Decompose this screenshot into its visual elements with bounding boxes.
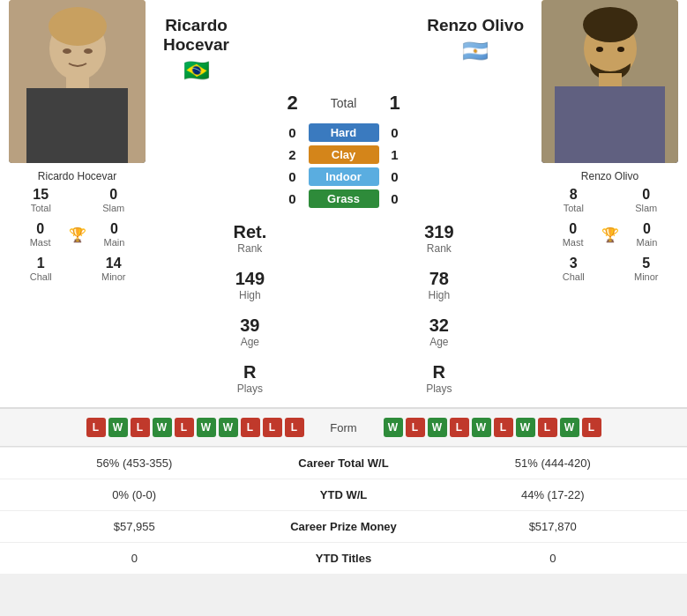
right-stats-grid: 8 Total 0 Slam xyxy=(533,182,687,218)
stats-row-label: YTD W/L xyxy=(256,488,432,501)
right-center-stats: 319 Rank 78 High 32 Age R Plays xyxy=(424,219,453,398)
stats-row-label: Career Total W/L xyxy=(256,456,432,470)
svg-point-2 xyxy=(49,7,107,46)
left-age-label: Age xyxy=(241,336,259,348)
clay-score-right: 1 xyxy=(386,147,404,162)
grass-badge: Grass xyxy=(309,189,379,208)
right-player-panel: Renzo Olivo 8 Total 0 Slam 0 Mast 🏆 xyxy=(533,0,687,407)
stats-row: 56% (453-355)Career Total W/L51% (444-42… xyxy=(0,447,687,479)
right-high-stat: 78 High xyxy=(429,269,451,301)
left-player-panel: Ricardo Hocevar 15 Total 0 Slam 0 Mast 🏆 xyxy=(0,0,154,407)
right-form-badge: L xyxy=(494,418,513,437)
stats-row-left-value: 56% (453-355) xyxy=(13,456,256,470)
right-form-badge: L xyxy=(406,418,425,437)
right-form-badge: L xyxy=(450,418,469,437)
svg-rect-11 xyxy=(555,86,665,163)
main-container: Ricardo Hocevar 15 Total 0 Slam 0 Mast 🏆 xyxy=(0,0,687,574)
right-form-badge: W xyxy=(516,418,535,437)
right-mast-label: Mast xyxy=(563,237,584,248)
svg-point-12 xyxy=(596,47,603,52)
right-plays-label: Plays xyxy=(426,382,452,395)
right-high-label: High xyxy=(429,289,451,301)
right-mast-item: 0 Mast xyxy=(563,221,584,248)
left-total-label: Total xyxy=(31,203,51,213)
right-form: WLWLWLWLWL xyxy=(384,418,675,437)
right-flag: 🇦🇷 xyxy=(462,39,489,63)
total-score-left: 2 xyxy=(284,92,302,115)
right-chall-label: Chall xyxy=(563,271,585,282)
right-form-badge: L xyxy=(582,418,601,437)
left-high-stat: 149 High xyxy=(235,269,265,301)
right-player-name-below: Renzo Olivo xyxy=(581,170,638,182)
left-form-badge: L xyxy=(241,418,260,437)
stats-row: 0YTD Titles0 xyxy=(0,542,687,574)
center-stats-row: Ret. Rank 149 High 39 Age R Plays xyxy=(154,219,533,398)
right-mast-value: 0 xyxy=(569,221,577,237)
left-form-badge: W xyxy=(219,418,238,437)
svg-rect-4 xyxy=(26,88,128,163)
right-plays-value: R xyxy=(433,362,445,382)
left-flag: 🇧🇷 xyxy=(183,58,210,83)
right-trophy-icon: 🏆 xyxy=(601,226,619,243)
right-form-badge: W xyxy=(560,418,579,437)
left-high-label: High xyxy=(239,289,261,301)
stats-row-right-value: 44% (17-22) xyxy=(432,488,675,501)
left-main-value: 0 xyxy=(110,221,118,237)
left-minor-value: 14 xyxy=(106,256,122,271)
stats-row-left-value: 0 xyxy=(13,552,256,565)
left-plays-value: R xyxy=(243,362,256,382)
left-plays-stat: R Plays xyxy=(237,362,263,395)
left-form-badge: L xyxy=(175,418,194,437)
left-total-value: 15 xyxy=(33,187,49,203)
right-form-badge: W xyxy=(472,418,491,437)
hard-score-left: 0 xyxy=(284,125,302,140)
left-slam-item: 0 Slam xyxy=(78,182,151,218)
left-chall-value: 1 xyxy=(37,256,45,271)
svg-point-5 xyxy=(63,48,71,54)
right-slam-value: 0 xyxy=(642,187,650,203)
left-main-item: 0 Main xyxy=(104,221,125,248)
left-player-name-below: Ricardo Hocevar xyxy=(38,170,116,182)
left-total-item: 15 Total xyxy=(4,182,78,218)
left-bottom-stats: 1 Chall 14 Minor xyxy=(0,251,154,286)
left-center-stats: Ret. Rank 149 High 39 Age R Plays xyxy=(233,219,266,398)
right-age-label: Age xyxy=(429,336,448,348)
stats-row-left-value: 0% (0-0) xyxy=(13,488,256,501)
left-trophy-row: 0 Mast 🏆 0 Main xyxy=(0,218,154,251)
right-total-item: 8 Total xyxy=(537,182,610,218)
right-name-flag: Renzo Olivo 🇦🇷 xyxy=(427,9,524,63)
right-main-label: Main xyxy=(637,237,658,248)
left-rank-value: Ret. xyxy=(233,222,266,242)
left-form-badge: L xyxy=(263,418,282,437)
svg-point-13 xyxy=(617,47,624,52)
right-form-badge: W xyxy=(428,418,447,437)
indoor-badge: Indoor xyxy=(309,167,379,186)
stats-row: $57,955Career Prize Money$517,870 xyxy=(0,510,687,542)
stats-row-right-value: 0 xyxy=(432,552,675,565)
right-total-value: 8 xyxy=(570,187,578,203)
total-label: Total xyxy=(309,96,379,110)
right-total-label: Total xyxy=(564,203,584,213)
left-trophy-icon: 🏆 xyxy=(69,226,86,243)
left-slam-value: 0 xyxy=(109,187,117,203)
right-slam-item: 0 Slam xyxy=(610,182,683,218)
left-form-badge: W xyxy=(197,418,216,437)
right-main-value: 0 xyxy=(643,221,651,237)
right-slam-label: Slam xyxy=(635,203,657,213)
svg-point-6 xyxy=(84,48,93,54)
right-player-name: Renzo Olivo xyxy=(427,16,524,35)
grass-score-right: 0 xyxy=(386,191,404,206)
left-player-name: Ricardo Hocevar xyxy=(163,16,229,55)
left-main-label: Main xyxy=(104,237,125,248)
left-form-badge: W xyxy=(108,418,128,437)
right-minor-label: Minor xyxy=(634,271,659,282)
right-main-item: 0 Main xyxy=(637,221,658,248)
left-name-flag: Ricardo Hocevar 🇧🇷 xyxy=(163,9,229,83)
center-panel: Ricardo Hocevar 🇧🇷 Renzo Olivo 🇦🇷 2 Tota… xyxy=(154,0,533,407)
right-rank-label: Rank xyxy=(427,242,452,255)
left-mast-value: 0 xyxy=(36,221,44,237)
right-rank-stat: 319 Rank xyxy=(424,222,453,255)
left-chall-item: 1 Chall xyxy=(4,251,78,286)
left-rank-label: Rank xyxy=(237,242,262,255)
left-age-value: 39 xyxy=(240,315,259,336)
